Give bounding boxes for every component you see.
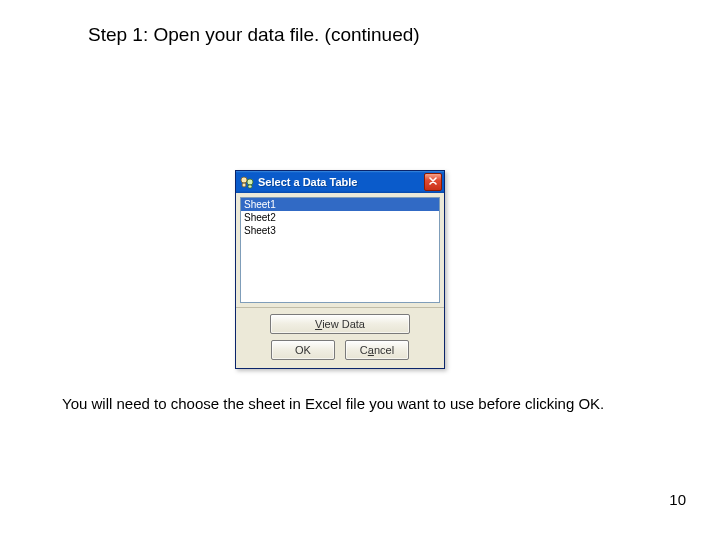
ok-button[interactable]: OK: [271, 340, 335, 360]
list-item[interactable]: Sheet1: [241, 198, 439, 211]
slide: Step 1: Open your data file. (continued)…: [0, 0, 720, 540]
sheet-listbox[interactable]: Sheet1 Sheet2 Sheet3: [240, 197, 440, 303]
svg-point-0: [241, 177, 247, 183]
ok-cancel-row: OK Cancel: [271, 340, 409, 360]
svg-rect-1: [242, 183, 246, 187]
cancel-button[interactable]: Cancel: [345, 340, 409, 360]
page-number: 10: [669, 491, 686, 508]
list-item[interactable]: Sheet3: [241, 224, 439, 237]
dialog-titlebar[interactable]: Select a Data Table: [236, 171, 444, 193]
svg-point-2: [247, 179, 253, 185]
dialog-button-area: View Data OK Cancel: [236, 307, 444, 368]
close-icon: [429, 177, 437, 187]
view-data-button[interactable]: View Data: [270, 314, 410, 334]
close-button[interactable]: [424, 173, 442, 191]
svg-rect-3: [248, 185, 252, 188]
list-item[interactable]: Sheet2: [241, 211, 439, 224]
step-title: Step 1: Open your data file. (continued): [88, 24, 420, 46]
select-data-table-dialog: Select a Data Table Sheet1 Sheet2 Sheet3…: [235, 170, 445, 369]
app-icon: [240, 175, 254, 189]
instruction-text: You will need to choose the sheet in Exc…: [62, 395, 662, 414]
dialog-title: Select a Data Table: [258, 176, 424, 188]
